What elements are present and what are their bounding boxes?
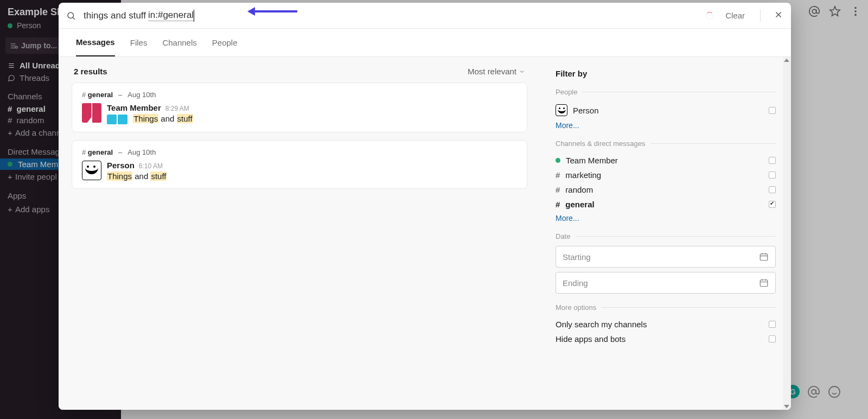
checkbox[interactable] (769, 107, 776, 114)
avatar (82, 161, 101, 180)
filter-only-my-channels[interactable]: Only search my channels (556, 317, 776, 332)
filter-label: Hide apps and bots (556, 334, 626, 344)
separator: – (118, 91, 122, 99)
chevron-down-icon (519, 68, 525, 75)
search-icon (66, 11, 76, 21)
search-input[interactable]: things and stuff in:#general (84, 10, 698, 22)
filter-people-header: People (556, 88, 577, 96)
search-result[interactable]: # general – Aug 10th Person 6:10 AM Thin… (72, 140, 527, 189)
filter-cdm-marketing[interactable]: #marketing (556, 168, 776, 182)
annotation-arrow (254, 10, 297, 12)
checkbox[interactable] (769, 335, 776, 342)
divider (760, 9, 761, 22)
sort-dropdown[interactable]: Most relevant (468, 67, 525, 76)
search-result[interactable]: # general – Aug 10th Team Member 8:29 AM (72, 82, 527, 132)
result-author: Team Member (107, 103, 161, 112)
clear-button[interactable]: Clear (725, 11, 745, 20)
filter-date-header: Date (556, 232, 570, 240)
filter-cdm-general[interactable]: #general (556, 197, 776, 212)
checkbox[interactable] (769, 172, 776, 179)
calendar-icon (759, 278, 769, 288)
filter-label: Person (573, 106, 599, 115)
more-cdm-link[interactable]: More... (556, 214, 579, 223)
filter-panel: Filter by People Person More... Channels… (540, 57, 791, 410)
result-time: 8:29 AM (165, 105, 189, 112)
svg-point-10 (68, 12, 74, 18)
date-end-input[interactable]: Ending (556, 272, 776, 294)
checkbox[interactable] (769, 201, 776, 208)
filter-moreopts-header: More options (556, 303, 596, 312)
checkbox[interactable] (769, 321, 776, 328)
avatar-icon (556, 104, 567, 116)
tab-channels[interactable]: Channels (162, 29, 196, 56)
filter-title: Filter by (556, 69, 776, 78)
calendar-icon (759, 252, 769, 262)
search-tabs: Messages Files Channels People (59, 29, 791, 57)
attachment-chips (107, 115, 127, 124)
filter-label: random (565, 185, 593, 194)
tab-files[interactable]: Files (130, 29, 148, 56)
filter-label: Only search my channels (556, 320, 647, 329)
tab-people[interactable]: People (212, 29, 238, 56)
separator: – (118, 148, 122, 156)
date-placeholder: Ending (563, 278, 588, 288)
filter-cdm-header: Channels & direct messages (556, 139, 645, 148)
result-channel: # general (82, 91, 113, 99)
more-people-link[interactable]: More... (556, 121, 579, 130)
loading-spinner-icon (706, 12, 713, 20)
filter-label: marketing (565, 170, 601, 180)
results-panel: 2 results Most relevant # general – Aug … (59, 57, 540, 410)
svg-rect-18 (760, 280, 768, 287)
online-dot-icon (556, 158, 560, 163)
scroll-up-icon[interactable] (784, 59, 789, 62)
svg-rect-14 (760, 254, 768, 261)
checkbox[interactable] (769, 186, 776, 193)
scrollbar[interactable] (783, 57, 791, 410)
results-count: 2 results (74, 67, 107, 76)
avatar (82, 103, 101, 123)
filter-label: general (565, 200, 594, 209)
filter-label: Team Member (566, 156, 618, 165)
filter-hide-apps-bots[interactable]: Hide apps and bots (556, 332, 776, 346)
result-message: Things and stuff (107, 172, 167, 181)
filter-cdm-team-member[interactable]: Team Member (556, 153, 776, 168)
text-caret (194, 10, 194, 22)
svg-line-11 (73, 17, 74, 19)
search-query-plain: things and stuff (84, 10, 146, 21)
result-message: Things and stuff (107, 114, 193, 124)
result-channel: # general (82, 148, 113, 156)
search-bar: things and stuff in:#general Clear (59, 3, 791, 29)
date-start-input[interactable]: Starting (556, 246, 776, 268)
result-author: Person (107, 161, 135, 170)
tab-messages[interactable]: Messages (76, 29, 115, 56)
scroll-down-icon[interactable] (784, 405, 789, 408)
filter-people-person[interactable]: Person (556, 101, 776, 119)
close-icon (774, 10, 783, 20)
checkbox[interactable] (769, 157, 776, 164)
result-time: 6:10 AM (139, 162, 163, 170)
filter-cdm-random[interactable]: #random (556, 182, 776, 197)
result-date: Aug 10th (127, 91, 156, 99)
search-modal: things and stuff in:#general Clear Messa… (59, 3, 791, 410)
result-date: Aug 10th (127, 148, 156, 156)
close-button[interactable] (774, 10, 783, 22)
date-placeholder: Starting (563, 252, 591, 262)
search-query-modifier: in:#general (148, 10, 194, 21)
sort-label: Most relevant (468, 67, 516, 76)
